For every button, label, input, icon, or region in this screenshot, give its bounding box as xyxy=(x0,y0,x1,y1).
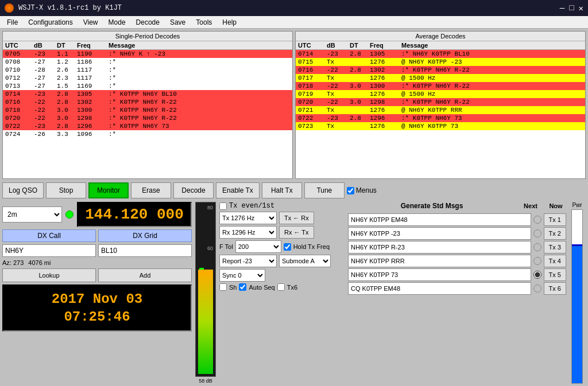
az-label: Az: 273 xyxy=(2,259,24,266)
menu-mode[interactable]: Mode xyxy=(104,17,130,28)
tx-btn-1[interactable]: Tx 1 xyxy=(544,213,566,226)
menu-help[interactable]: Help xyxy=(218,17,241,28)
menu-save[interactable]: Save xyxy=(165,17,190,28)
average-decodes-header: UTC dB DT Freq Message xyxy=(296,41,585,50)
rx-freq-select[interactable]: Rx 1296 Hz xyxy=(219,226,277,239)
f-tol-select[interactable]: 200 xyxy=(235,240,281,253)
halt-tx-button[interactable]: Halt Tx xyxy=(262,182,302,198)
table-row[interactable]: 0705-231.11190:* NH6Y K ↑ -23 xyxy=(3,50,292,58)
tx-btn-2[interactable]: Tx 2 xyxy=(544,227,566,240)
std-msg-input-1[interactable] xyxy=(348,213,531,226)
std-msg-input-5[interactable] xyxy=(348,268,531,281)
table-row[interactable]: 0717Tx1276@ 1500 Hz xyxy=(296,74,585,82)
table-row[interactable]: 0723Tx1276@ NH6Y K0TPP 73 xyxy=(296,122,585,130)
button-row: Log QSO Stop Monitor Erase Decode Enable… xyxy=(2,181,586,200)
tx-freq-select[interactable]: Tx 1276 Hz xyxy=(219,212,277,224)
std-msg-input-2[interactable] xyxy=(348,227,531,240)
tx-even-checkbox[interactable] xyxy=(219,202,227,210)
lookup-add-row: Lookup Add xyxy=(2,268,192,282)
minimize-button[interactable]: — xyxy=(560,3,564,13)
menu-configurations[interactable]: Configurations xyxy=(24,17,77,28)
table-row[interactable]: 0720-223.01298:* K0TPP NH6Y R-22 xyxy=(3,114,292,122)
table-row[interactable]: 0718-223.01300:* K0TPP NH6Y R-22 xyxy=(296,82,585,90)
auto-seq-checkbox[interactable] xyxy=(239,283,246,291)
tx-btn-6[interactable]: Tx 6 xyxy=(544,282,566,295)
std-msg-row: Tx 3 xyxy=(348,240,566,254)
generate-std-msgs-label: Generate Std Msgs xyxy=(348,202,516,210)
table-row[interactable]: 0716-222.81302:* K0TPP NH6Y R-22 xyxy=(3,98,292,106)
decode-button[interactable]: Decode xyxy=(173,182,214,198)
average-decodes-title: Average Decodes xyxy=(296,32,585,41)
erase-button[interactable]: Erase xyxy=(131,182,171,198)
dx-call-button[interactable]: DX Call xyxy=(2,229,96,242)
clock-time: 07:25:46 xyxy=(8,308,186,326)
menus-checkbox[interactable] xyxy=(347,187,354,194)
average-decodes-content[interactable]: 0714-232.81305:* NH6Y K0TPP BL100715Tx12… xyxy=(296,50,585,178)
lookup-button[interactable]: Lookup xyxy=(2,268,96,282)
table-row[interactable]: 0714-232.81305:* K0TPP NH6Y BL10 xyxy=(3,90,292,98)
std-msg-input-3[interactable] xyxy=(348,241,531,254)
dx-grid-button[interactable]: DX Grid xyxy=(98,229,192,242)
add-button[interactable]: Add xyxy=(98,268,192,282)
single-period-content[interactable]: 0705-231.11190:* NH6Y K ↑ -230708-271.21… xyxy=(3,50,292,178)
enable-tx-button[interactable]: Enable Tx xyxy=(216,182,260,198)
hold-tx-freq-checkbox[interactable] xyxy=(284,243,291,251)
band-select[interactable]: 2m70cm6m xyxy=(2,206,62,223)
table-row[interactable]: 0713-271.51169:* xyxy=(3,82,292,90)
table-row[interactable]: 0715Tx1276@ NH6Y K0TPP -23 xyxy=(296,58,585,66)
report-select[interactable]: Report -23 xyxy=(219,255,277,267)
std-msg-radio-6[interactable] xyxy=(533,284,541,293)
menu-file[interactable]: File xyxy=(2,17,22,28)
table-row[interactable]: 0712-272.31117:* xyxy=(3,74,292,82)
table-row[interactable]: 0719Tx1276@ 1500 Hz xyxy=(296,90,585,98)
log-qso-button[interactable]: Log QSO xyxy=(2,182,44,198)
right-controls: Generate Std Msgs Next Now Tx 1 Tx 2 Tx … xyxy=(348,202,566,384)
table-row[interactable]: 0721Tx1276@ NH6Y K0TPP RRR xyxy=(296,106,585,114)
next-header: Next xyxy=(520,202,541,209)
pwr-slider[interactable] xyxy=(571,209,583,384)
table-row[interactable]: 0718-223.01300:* K0TPP NH6Y R-22 xyxy=(3,106,292,114)
stop-button[interactable]: Stop xyxy=(46,182,86,198)
menu-view[interactable]: View xyxy=(79,17,103,28)
clock-display: 2017 Nov 03 07:25:46 xyxy=(2,284,192,332)
table-row[interactable]: 0722-232.81296:* K0TPP NH6Y 73 xyxy=(3,122,292,130)
table-row[interactable]: 0708-271.21186:* xyxy=(3,58,292,66)
single-period-title: Single-Period Decodes xyxy=(3,32,292,41)
monitor-button[interactable]: Monitor xyxy=(88,182,129,198)
frequency-display[interactable]: 144.120 000 xyxy=(77,202,192,227)
table-row[interactable]: 0714-232.81305:* NH6Y K0TPP BL10 xyxy=(296,50,585,58)
std-msg-radio-1[interactable] xyxy=(533,216,541,224)
table-row[interactable]: 0710-282.61117:* xyxy=(3,66,292,74)
std-msg-radio-3[interactable] xyxy=(533,243,541,251)
menu-decode[interactable]: Decode xyxy=(131,17,164,28)
status-dot xyxy=(65,210,74,219)
table-row[interactable]: 0722-232.81296:* K0TPP NH6Y 73 xyxy=(296,114,585,122)
std-msg-radio-4[interactable] xyxy=(533,257,541,265)
std-msg-radio-5[interactable] xyxy=(533,271,541,279)
std-msg-radio-2[interactable] xyxy=(533,229,541,237)
maximize-button[interactable]: □ xyxy=(569,3,574,13)
app-icon xyxy=(5,3,14,13)
call-input[interactable] xyxy=(2,244,96,257)
std-msg-input-4[interactable] xyxy=(348,255,531,267)
ad-col-utc: UTC xyxy=(297,42,326,49)
tx-btn-5[interactable]: Tx 5 xyxy=(544,268,566,281)
tx-arrow-button[interactable]: Tx ← Rx xyxy=(279,212,314,224)
tune-button[interactable]: Tune xyxy=(304,182,345,198)
meter-indicator xyxy=(199,268,204,270)
table-row[interactable]: 0716-222.81302:* K0TPP NH6Y R-22 xyxy=(296,66,585,74)
grid-input[interactable] xyxy=(98,244,192,257)
main-area: Single-Period Decodes UTC dB DT Freq Mes… xyxy=(0,29,588,386)
sh-checkbox[interactable] xyxy=(219,283,227,291)
tx6-checkbox[interactable] xyxy=(277,283,285,291)
table-row[interactable]: 0724-263.31096:* xyxy=(3,130,292,138)
sync-select[interactable]: Sync 0 xyxy=(219,269,265,282)
close-button[interactable]: ✕ xyxy=(579,3,583,13)
std-msg-input-6[interactable] xyxy=(348,282,531,295)
submode-select[interactable]: Submode A xyxy=(279,255,331,267)
rx-arrow-button[interactable]: Rx ← Tx xyxy=(279,226,314,239)
menu-tools[interactable]: Tools xyxy=(191,17,216,28)
table-row[interactable]: 0720-223.01298:* K0TPP NH6Y R-22 xyxy=(296,98,585,106)
tx-btn-4[interactable]: Tx 4 xyxy=(544,255,566,267)
tx-btn-3[interactable]: Tx 3 xyxy=(544,241,566,254)
